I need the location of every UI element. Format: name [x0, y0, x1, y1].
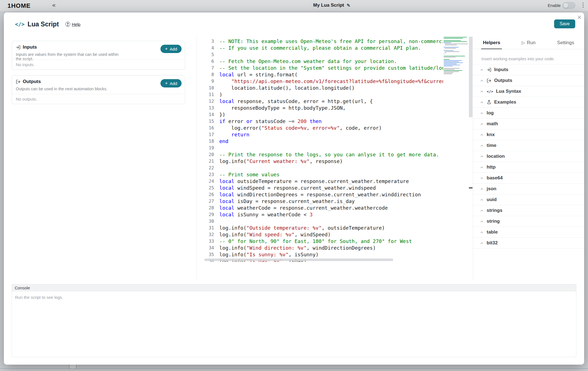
line-number: 23 — [197, 171, 214, 178]
code-line[interactable]: }) — [219, 111, 443, 118]
add-input-button[interactable]: + Add — [160, 45, 182, 53]
code-line[interactable]: ) — [219, 91, 443, 98]
line-number: 3 — [197, 38, 214, 45]
code-line[interactable]: -- If you use it commercially, please ob… — [219, 45, 443, 51]
code-line[interactable]: log.info("Outside temperature: %v", outs… — [219, 225, 443, 231]
add-output-button[interactable]: + Add — [160, 79, 182, 87]
helper-item-label: time — [487, 143, 496, 148]
overview-ruler-mark — [469, 187, 473, 189]
code-line[interactable]: log.info("Wind direction: %v", windDirec… — [219, 245, 443, 251]
line-number: 15 — [197, 118, 214, 125]
code-line[interactable]: local isSunny = weatherCode < 3 — [219, 211, 443, 218]
add-output-label: Add — [170, 81, 177, 86]
tab-run[interactable]: ▷Run — [510, 36, 547, 49]
helper-item-label: Lua Syntax — [496, 89, 521, 94]
helper-item-bit32[interactable]: bit32 — [473, 238, 584, 249]
code-line[interactable]: log.info("Current weather: %v", response… — [219, 158, 443, 165]
code-line[interactable]: local url = string.format( — [219, 71, 443, 78]
helper-item-knx[interactable]: knx — [473, 129, 584, 140]
examples-icon — [487, 100, 491, 105]
code-line[interactable]: location.latitude(), location.longitude(… — [219, 85, 443, 91]
inputs-card: Inputs Inputs are values from the system… — [12, 41, 185, 70]
line-number: 13 — [197, 105, 214, 111]
chevron-up-icon — [480, 241, 484, 245]
helper-item-log[interactable]: log — [473, 108, 584, 119]
helper-item-base64[interactable]: base64 — [473, 173, 584, 184]
code-line[interactable]: -- Print the response to the logs, so yo… — [219, 151, 443, 158]
outputs-card-description: Outputs can be used in the next automati… — [16, 87, 125, 91]
line-number: 16 — [197, 125, 214, 131]
helper-item-location[interactable]: location — [473, 151, 584, 162]
helper-item-inputs[interactable]: Inputs — [473, 64, 584, 75]
code-line[interactable] — [219, 145, 443, 151]
inputs-card-title: Inputs — [23, 44, 37, 50]
code-line[interactable] — [219, 51, 443, 58]
horizontal-scrollbar[interactable] — [204, 259, 393, 261]
helper-item-label: location — [487, 154, 505, 159]
helper-item-label: bit32 — [487, 240, 498, 246]
tab-run-label: Run — [527, 40, 536, 46]
helper-item-time[interactable]: time — [473, 140, 584, 151]
code-wrap: 3456789101112131415161718192021222324252… — [197, 38, 443, 262]
console-panel: Console Run the script to see logs. — [12, 284, 576, 357]
code-line[interactable]: local response, statusCode, error = http… — [219, 98, 443, 105]
helper-item-examples[interactable]: Examples — [473, 97, 584, 108]
code-line[interactable] — [219, 218, 443, 225]
code-line[interactable]: responseBodyType = http.bodyType.JSON, — [219, 105, 443, 111]
code-line[interactable]: "https://api.open-meteo.com/v1/forecast?… — [219, 78, 443, 85]
line-number: 19 — [197, 145, 214, 151]
helper-item-label: uuid — [487, 197, 497, 202]
line-number: 11 — [197, 91, 214, 98]
code-line[interactable]: local isDay = response.current_weather.i… — [219, 198, 443, 205]
helper-item-json[interactable]: json — [473, 184, 584, 194]
helper-item-table[interactable]: table — [473, 227, 584, 238]
code-line[interactable]: return — [219, 131, 443, 138]
helper-item-string[interactable]: string — [473, 216, 584, 227]
code-line[interactable]: local weatherCode = response.current_wea… — [219, 205, 443, 211]
code-line[interactable]: -- NOTE: This example uses Open-Meteo's … — [219, 38, 443, 45]
tab-helpers[interactable]: Helpers — [473, 36, 510, 49]
outputs-icon — [16, 79, 21, 84]
code-line[interactable]: -- 0° for North, 90° for East, 180° for … — [219, 238, 443, 245]
code-editor[interactable]: 3456789101112131415161718192021222324252… — [197, 36, 473, 280]
code-line[interactable]: -- Fetch the Open-Meteo.com weather data… — [219, 58, 443, 65]
chevron-up-icon — [480, 68, 484, 72]
play-icon: ▷ — [522, 40, 525, 45]
editor-viewport[interactable]: 3456789101112131415161718192021222324252… — [197, 36, 473, 262]
code-line[interactable] — [219, 165, 443, 171]
code-line[interactable]: if error or statusCode ~= 200 then — [219, 118, 443, 125]
code-line[interactable]: local outsideTemperature = response.curr… — [219, 178, 443, 185]
code-line[interactable]: local windSpeed = response.current_weath… — [219, 185, 443, 191]
code-lines[interactable]: -- NOTE: This example uses Open-Meteo's … — [219, 38, 443, 262]
code-line[interactable]: -- Print some values — [219, 171, 443, 178]
code-line[interactable]: log.info("Is sunny: %v", isSunny) — [219, 251, 443, 258]
line-number: 10 — [197, 85, 214, 91]
line-number: 25 — [197, 185, 214, 191]
code-line[interactable]: local windDirectionDegrees = response.cu… — [219, 191, 443, 198]
tab-settings[interactable]: Settings — [547, 36, 584, 49]
chevron-up-icon — [480, 122, 484, 126]
tab-settings-label: Settings — [557, 40, 574, 46]
helper-item-label: table — [487, 229, 498, 235]
page-title: Lua Script — [27, 21, 59, 28]
helpers-list: InputsOutputs</>Lua SyntaxExampleslogmat… — [473, 64, 584, 249]
help-link[interactable]: ? Help — [65, 22, 81, 27]
line-number: 14 — [197, 111, 214, 118]
minimap[interactable] — [443, 37, 468, 75]
code-line[interactable]: log.error("Status code=%v, error=%v", co… — [219, 125, 443, 131]
helper-item-math[interactable]: math — [473, 119, 584, 129]
helper-item-outputs[interactable]: Outputs — [473, 75, 584, 86]
helper-item-http[interactable]: http — [473, 162, 584, 173]
helper-item-lua-syntax[interactable]: </>Lua Syntax — [473, 86, 584, 97]
inputs-empty-text: No inputs. — [16, 62, 35, 67]
code-line[interactable]: end — [219, 138, 443, 145]
helper-item-strings[interactable]: strings — [473, 205, 584, 216]
helper-item-uuid[interactable]: uuid — [473, 194, 584, 205]
helper-item-label: string — [487, 219, 500, 224]
code-line[interactable]: log.info("Wind speed: %v", windSpeed) — [219, 231, 443, 238]
console-header[interactable]: Console — [12, 284, 576, 291]
helper-item-label: Inputs — [494, 67, 508, 72]
vertical-scrollbar[interactable] — [469, 37, 473, 117]
code-line[interactable]: -- Set the location in the "System" sett… — [219, 65, 443, 71]
divider — [12, 94, 185, 94]
